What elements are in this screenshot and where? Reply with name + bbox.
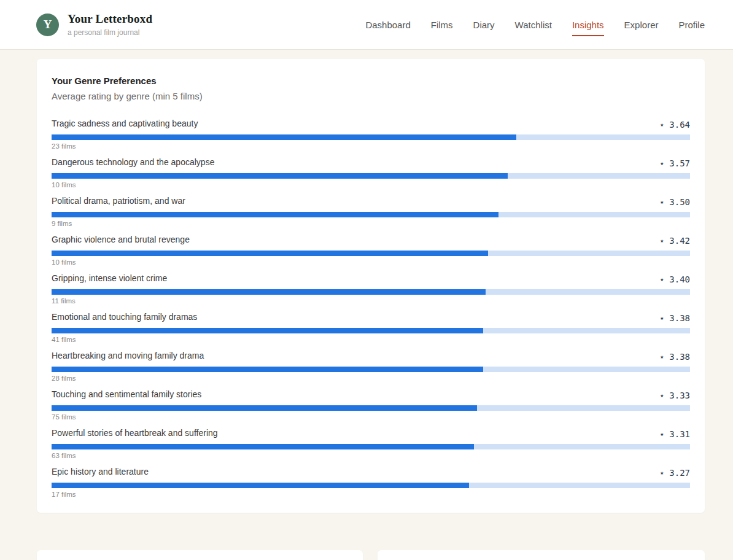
rating-bar-fill	[52, 212, 498, 217]
rating-value: 3.38	[669, 313, 690, 323]
star-icon: ★	[660, 160, 664, 166]
rating-bar-track	[52, 212, 690, 217]
nav-item-films[interactable]: Films	[431, 14, 453, 36]
rating-value: 3.33	[669, 391, 690, 400]
rating-bar-track	[52, 483, 690, 488]
rating-bar-fill	[52, 367, 483, 372]
nav-item-explorer[interactable]: Explorer	[624, 14, 659, 36]
film-count: 17 films	[52, 491, 690, 498]
film-count: 10 films	[52, 181, 690, 189]
rating-value: 3.50	[669, 197, 690, 207]
film-count: 28 films	[52, 375, 690, 382]
genre-row-header: Emotional and touching family dramas★3.3…	[52, 312, 690, 324]
nav-item-watchlist[interactable]: Watchlist	[515, 14, 552, 36]
genre-rating: ★3.42	[660, 236, 690, 246]
rating-bar-track	[52, 173, 690, 179]
film-count: 23 films	[52, 142, 690, 150]
rating-bar-fill	[52, 405, 477, 411]
genre-row: Graphic violence and brutal revenge★3.42…	[52, 235, 690, 266]
rating-bar-track	[52, 134, 690, 140]
logo-letter: Y	[44, 18, 52, 31]
genre-preferences-card: Your Genre Preferences Average rating by…	[37, 59, 705, 513]
rating-value: 3.57	[669, 158, 690, 168]
genre-row: Epic history and literature★3.2717 films	[52, 467, 690, 498]
genre-label: Graphic violence and brutal revenge	[52, 235, 190, 244]
genre-label: Heartbreaking and moving family drama	[52, 351, 204, 360]
rating-bar-fill	[52, 173, 508, 179]
star-icon: ★	[660, 237, 664, 244]
genre-row: Political drama, patriotism, and war★3.5…	[52, 196, 690, 227]
app-header: Y Your Letterboxd a personal film journa…	[0, 0, 733, 50]
bottom-cards	[0, 550, 733, 560]
rating-bar-fill	[52, 328, 483, 333]
rating-value: 3.42	[669, 236, 690, 246]
rating-value: 3.27	[669, 468, 690, 478]
film-count: 41 films	[52, 336, 690, 343]
genre-rating: ★3.33	[660, 391, 690, 400]
film-count: 63 films	[52, 452, 690, 459]
genre-row: Gripping, intense violent crime★3.4011 f…	[52, 273, 690, 305]
film-count: 75 films	[52, 413, 690, 421]
genre-rating: ★3.31	[660, 429, 690, 439]
genre-row: Emotional and touching family dramas★3.3…	[52, 312, 690, 343]
genre-label: Touching and sentimental family stories	[52, 389, 201, 399]
genre-row-header: Touching and sentimental family stories★…	[52, 389, 690, 401]
app-title: Your Letterboxd	[68, 12, 152, 26]
genre-row-header: Graphic violence and brutal revenge★3.42	[52, 235, 690, 246]
main-nav: DashboardFilmsDiaryWatchlistInsightsExpl…	[365, 14, 705, 36]
star-icon: ★	[660, 469, 664, 476]
genre-row-header: Dangerous technology and the apocalypse★…	[52, 157, 690, 169]
genre-row-header: Gripping, intense violent crime★3.40	[52, 273, 690, 285]
star-icon: ★	[660, 392, 664, 399]
genre-row-header: Political drama, patriotism, and war★3.5…	[52, 196, 690, 208]
genre-label: Emotional and touching family dramas	[52, 312, 197, 322]
card-subtitle: Average rating by genre (min 5 films)	[52, 90, 690, 103]
rating-bar-fill	[52, 289, 486, 295]
film-count: 10 films	[52, 259, 690, 266]
genre-rating: ★3.38	[660, 313, 690, 323]
film-count: 9 films	[52, 220, 690, 227]
genre-row: Powerful stories of heartbreak and suffe…	[52, 428, 690, 459]
genre-row-header: Powerful stories of heartbreak and suffe…	[52, 428, 690, 440]
star-icon: ★	[660, 314, 664, 321]
genre-row-header: Epic history and literature★3.27	[52, 467, 690, 478]
brand: Y Your Letterboxd a personal film journa…	[36, 12, 152, 37]
rating-value: 3.64	[669, 120, 690, 130]
star-icon: ★	[660, 276, 664, 282]
bottom-card-left	[37, 550, 363, 560]
app-subtitle: a personal film journal	[68, 28, 152, 37]
rating-bar-track	[52, 444, 690, 449]
star-icon: ★	[660, 121, 664, 128]
bottom-card-right	[378, 550, 705, 560]
genre-rating: ★3.64	[660, 120, 690, 130]
genre-label: Powerful stories of heartbreak and suffe…	[52, 428, 218, 438]
rating-bar-fill	[52, 134, 516, 140]
brand-text: Your Letterboxd a personal film journal	[68, 12, 152, 37]
genre-rows: Tragic sadness and captivating beauty★3.…	[52, 119, 690, 498]
rating-bar-track	[52, 251, 690, 256]
genre-rating: ★3.40	[660, 274, 690, 284]
genre-label: Epic history and literature	[52, 467, 149, 476]
nav-item-diary[interactable]: Diary	[473, 14, 495, 36]
nav-item-profile[interactable]: Profile	[678, 14, 705, 36]
nav-item-dashboard[interactable]: Dashboard	[365, 14, 410, 36]
rating-value: 3.38	[669, 352, 690, 362]
genre-row-header: Heartbreaking and moving family drama★3.…	[52, 351, 690, 362]
genre-rating: ★3.27	[660, 468, 690, 478]
rating-bar-fill	[52, 251, 488, 256]
star-icon: ★	[660, 198, 664, 205]
star-icon: ★	[660, 430, 664, 437]
genre-label: Political drama, patriotism, and war	[52, 196, 185, 206]
rating-bar-track	[52, 289, 690, 295]
rating-bar-track	[52, 405, 690, 411]
app-logo: Y	[36, 14, 59, 36]
nav-item-insights[interactable]: Insights	[572, 14, 604, 36]
rating-value: 3.31	[669, 429, 690, 439]
genre-row-header: Tragic sadness and captivating beauty★3.…	[52, 119, 690, 130]
genre-row: Heartbreaking and moving family drama★3.…	[52, 351, 690, 382]
card-title: Your Genre Preferences	[52, 75, 690, 87]
genre-label: Gripping, intense violent crime	[52, 273, 167, 283]
genre-row: Dangerous technology and the apocalypse★…	[52, 157, 690, 189]
genre-label: Tragic sadness and captivating beauty	[52, 119, 198, 128]
rating-bar-track	[52, 328, 690, 333]
